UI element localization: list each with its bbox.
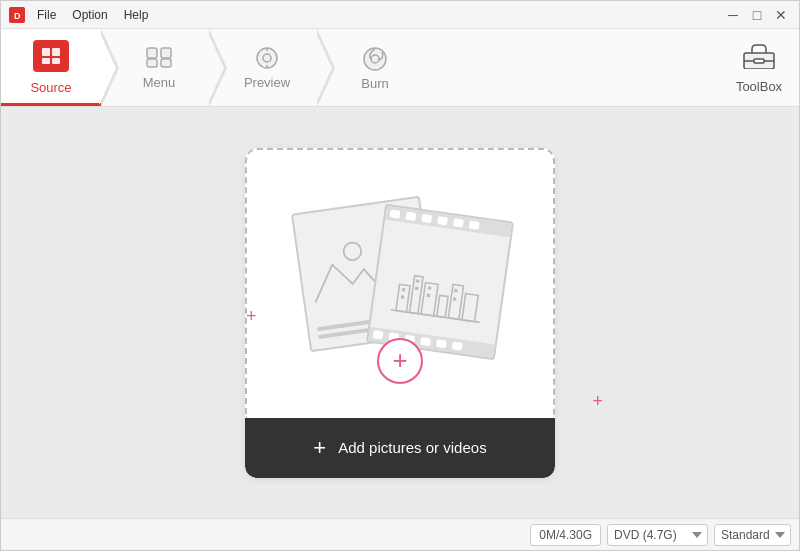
svg-rect-24 — [437, 295, 448, 317]
tab-arrow-1 — [101, 29, 119, 107]
drop-zone[interactable]: + + Add pictures or videos — [245, 148, 555, 478]
tab-preview-label: Preview — [244, 75, 290, 90]
add-bar[interactable]: + Add pictures or videos — [245, 418, 555, 478]
svg-rect-31 — [428, 286, 432, 290]
svg-rect-4 — [42, 58, 50, 64]
status-bar: 0M/4.30G DVD (4.7G) DVD (8.5G) Blu-ray (… — [1, 518, 799, 550]
preview-icon — [252, 45, 282, 71]
film-hole — [405, 211, 416, 220]
title-bar: D File Option Help ─ □ ✕ — [1, 1, 799, 29]
film-hole — [420, 336, 431, 345]
svg-rect-8 — [147, 59, 157, 67]
svg-rect-33 — [454, 288, 458, 292]
menu-file[interactable]: File — [31, 6, 62, 24]
tab-burn[interactable]: Burn — [325, 29, 425, 106]
film-strip — [366, 203, 514, 360]
svg-line-35 — [391, 309, 480, 322]
film-hole — [421, 213, 432, 222]
add-media-circle[interactable]: + — [377, 338, 423, 384]
svg-rect-7 — [161, 48, 171, 58]
minimize-button[interactable]: ─ — [723, 5, 743, 25]
film-hole — [453, 218, 464, 227]
svg-rect-26 — [462, 293, 478, 321]
nav-tabs: Source Menu — [1, 29, 719, 106]
svg-rect-29 — [416, 279, 420, 283]
svg-rect-28 — [401, 295, 405, 299]
film-content — [370, 219, 510, 343]
toolbar: Source Menu — [1, 29, 799, 107]
menu-bar: File Option Help — [31, 6, 154, 24]
burn-icon — [360, 44, 390, 72]
tab-source[interactable]: Source — [1, 29, 101, 106]
svg-rect-3 — [52, 48, 60, 56]
film-hole — [469, 220, 480, 229]
toolbox-icon — [742, 41, 776, 75]
svg-rect-34 — [453, 297, 457, 301]
toolbox-button[interactable]: ToolBox — [719, 29, 799, 106]
main-content: + + — [1, 107, 799, 518]
film-hole — [452, 341, 463, 350]
add-bar-label: Add pictures or videos — [338, 439, 486, 456]
media-illustration: + — [290, 194, 510, 374]
menu-icon — [144, 45, 174, 71]
toolbox-label: ToolBox — [736, 79, 782, 94]
tab-arrow-2 — [209, 29, 227, 107]
film-hole — [373, 330, 384, 339]
window-controls: ─ □ ✕ — [723, 5, 791, 25]
tab-arrow-3 — [317, 29, 335, 107]
quality-select[interactable]: Standard High Best — [714, 524, 791, 546]
menu-help[interactable]: Help — [118, 6, 155, 24]
tab-menu-label: Menu — [143, 75, 176, 90]
svg-point-20 — [343, 241, 363, 261]
film-hole — [390, 209, 401, 218]
deco-plus-right: + — [592, 392, 603, 410]
tab-burn-label: Burn — [361, 76, 388, 91]
svg-rect-27 — [402, 287, 406, 291]
svg-rect-32 — [427, 293, 431, 297]
svg-rect-9 — [161, 59, 171, 67]
svg-rect-6 — [147, 48, 157, 58]
restore-button[interactable]: □ — [747, 5, 767, 25]
svg-rect-30 — [415, 286, 419, 290]
tab-preview[interactable]: Preview — [217, 29, 317, 106]
storage-value: 0M/4.30G — [539, 528, 592, 542]
app-icon: D — [9, 7, 25, 23]
svg-rect-5 — [52, 58, 60, 64]
drop-zone-inner: + — [245, 148, 555, 418]
close-button[interactable]: ✕ — [771, 5, 791, 25]
svg-text:D: D — [14, 11, 21, 20]
dvd-type-select[interactable]: DVD (4.7G) DVD (8.5G) Blu-ray (25G) — [607, 524, 708, 546]
tab-menu[interactable]: Menu — [109, 29, 209, 106]
svg-point-14 — [364, 48, 386, 70]
svg-rect-2 — [42, 48, 50, 56]
film-hole — [436, 339, 447, 348]
add-bar-plus-icon: + — [313, 437, 326, 459]
source-icon — [33, 40, 69, 76]
menu-option[interactable]: Option — [66, 6, 113, 24]
storage-indicator: 0M/4.30G — [530, 524, 601, 546]
film-hole — [437, 216, 448, 225]
svg-rect-17 — [754, 59, 764, 63]
tab-source-label: Source — [30, 80, 71, 95]
